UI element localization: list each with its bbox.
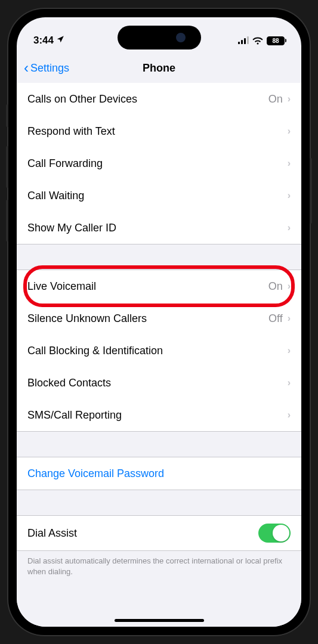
dynamic-island <box>118 26 201 49</box>
chevron-right-icon: › <box>288 158 291 169</box>
wifi-icon <box>252 37 263 45</box>
home-indicator[interactable] <box>115 619 204 622</box>
nav-bar: ‹ Settings Phone <box>17 53 301 83</box>
row-label: Calls on Other Devices <box>27 93 268 106</box>
chevron-right-icon: › <box>288 281 291 292</box>
row-label: Change Voicemail Password <box>27 467 291 480</box>
chevron-right-icon: › <box>288 190 291 201</box>
chevron-right-icon: › <box>288 222 291 233</box>
row-label: Blocked Contacts <box>27 377 288 389</box>
row-label: Call Forwarding <box>27 157 288 170</box>
row-label: Live Voicemail <box>27 280 268 293</box>
change-voicemail-password-row[interactable]: Change Voicemail Password <box>17 457 301 490</box>
live-voicemail-row[interactable]: Live Voicemail On › <box>17 270 301 302</box>
back-button[interactable]: ‹ Settings <box>24 61 69 75</box>
row-label: Call Waiting <box>27 190 288 202</box>
chevron-right-icon: › <box>288 377 291 388</box>
dial-assist-footer: Dial assist automatically determines the… <box>17 551 301 582</box>
row-label: Respond with Text <box>27 125 288 138</box>
row-label: Call Blocking & Identification <box>27 345 288 357</box>
chevron-right-icon: › <box>288 94 291 104</box>
chevron-back-icon: ‹ <box>24 61 29 75</box>
row-value: On <box>268 280 283 293</box>
dial-assist-row[interactable]: Dial Assist <box>17 516 301 550</box>
call-blocking-row[interactable]: Call Blocking & Identification › <box>17 335 301 367</box>
dial-assist-toggle[interactable] <box>258 524 291 543</box>
row-label: Show My Caller ID <box>27 222 288 234</box>
respond-with-text-row[interactable]: Respond with Text › <box>17 115 301 147</box>
chevron-right-icon: › <box>288 345 291 356</box>
sms-call-reporting-row[interactable]: SMS/Call Reporting › <box>17 399 301 431</box>
row-value: On <box>268 93 283 106</box>
row-label: Dial Assist <box>27 527 258 540</box>
show-caller-id-row[interactable]: Show My Caller ID › <box>17 212 301 244</box>
back-label: Settings <box>30 62 69 75</box>
location-icon <box>56 35 64 47</box>
chevron-right-icon: › <box>288 126 291 137</box>
row-value: Off <box>268 312 283 325</box>
calls-other-devices-row[interactable]: Calls on Other Devices On › <box>17 83 301 115</box>
chevron-right-icon: › <box>288 313 291 324</box>
battery-icon: 88 <box>267 36 285 45</box>
settings-content[interactable]: Calls on Other Devices On › Respond with… <box>17 83 301 627</box>
blocked-contacts-row[interactable]: Blocked Contacts › <box>17 367 301 399</box>
status-time: 3:44 <box>33 35 54 47</box>
call-waiting-row[interactable]: Call Waiting › <box>17 179 301 212</box>
page-title: Phone <box>143 62 175 75</box>
call-forwarding-row[interactable]: Call Forwarding › <box>17 147 301 179</box>
chevron-right-icon: › <box>288 410 291 420</box>
row-label: Silence Unknown Callers <box>27 312 268 325</box>
battery-level: 88 <box>272 38 279 44</box>
cellular-signal-icon <box>238 37 249 44</box>
row-label: SMS/Call Reporting <box>27 409 288 422</box>
silence-unknown-callers-row[interactable]: Silence Unknown Callers Off › <box>17 302 301 335</box>
